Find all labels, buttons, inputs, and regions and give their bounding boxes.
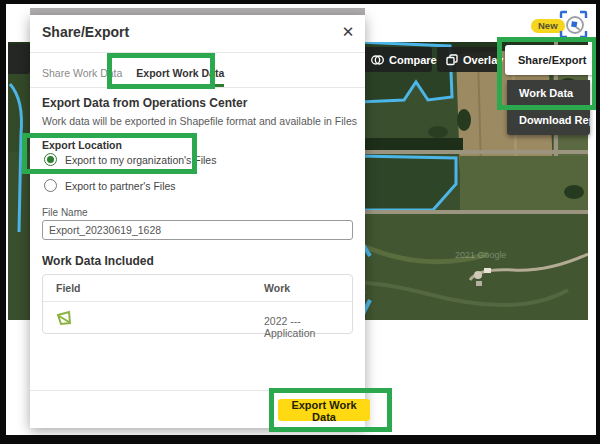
compare-label: Compare — [389, 54, 437, 66]
dialog-title: Share/Export — [42, 24, 129, 40]
modal-top-strip — [30, 8, 365, 15]
compare-icon — [371, 54, 384, 66]
file-name-label: File Name — [42, 207, 88, 218]
overlay-icon — [446, 54, 458, 66]
column-header-field: Field — [56, 282, 81, 294]
radio-option-partner-files[interactable]: Export to partner's Files — [44, 179, 176, 192]
annotation-box-submit-button — [269, 388, 392, 432]
export-description: Work data will be exported in Shapefile … — [42, 115, 357, 127]
file-name-input[interactable] — [42, 220, 353, 240]
work-data-table: Field Work 2022 --- Application — [42, 274, 353, 334]
table-header-row — [43, 275, 352, 302]
frame-border — [0, 435, 600, 444]
radio-unselected-icon[interactable] — [44, 179, 57, 192]
radio-label: Export to partner's Files — [65, 180, 176, 192]
export-heading: Export Data from Operations Center — [42, 96, 247, 110]
compare-button[interactable]: Compare — [362, 47, 432, 72]
dropdown-item-download-reports[interactable]: Download Repor — [507, 107, 590, 134]
frame-border — [0, 0, 600, 4]
close-icon[interactable]: ✕ — [339, 23, 357, 41]
annotation-box-export-tab — [107, 53, 215, 89]
screenshot-root: 2021 Google Compare Overlay Share/Export… — [0, 0, 600, 444]
frame-border — [596, 0, 600, 444]
overlay-button[interactable]: Overlay — [437, 47, 500, 72]
toolbar-partial-button[interactable] — [8, 44, 30, 74]
column-header-work: Work — [264, 282, 290, 294]
frame-border — [0, 0, 6, 444]
annotation-box-export-location — [22, 133, 197, 174]
table-row-work-value: 2022 --- Application — [264, 315, 352, 339]
work-data-included-heading: Work Data Included — [42, 254, 154, 268]
annotation-box-share-export — [497, 37, 597, 110]
map-watermark: 2021 Google — [455, 250, 507, 260]
